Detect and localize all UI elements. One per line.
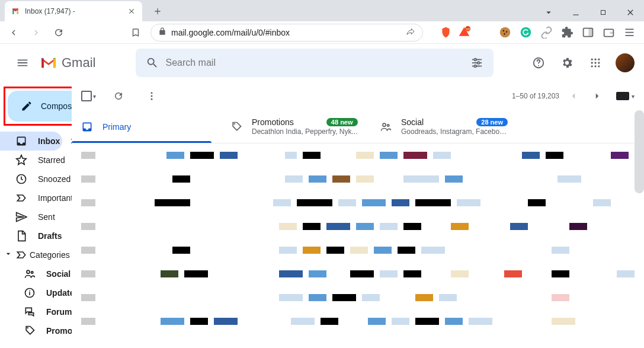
mail-row[interactable] xyxy=(72,143,644,167)
content-area: ▾ 1–50 of 19,203 ▾ Primary xyxy=(72,82,644,348)
mail-row[interactable] xyxy=(72,286,644,309)
svg-point-31 xyxy=(151,98,153,100)
input-tools-button[interactable]: ▾ xyxy=(616,92,635,100)
main-menu-button[interactable] xyxy=(9,50,36,76)
url-bar[interactable]: mail.google.com/mail/u/0/#inbox xyxy=(150,24,423,41)
svg-point-13 xyxy=(475,65,477,68)
category-tabs: Primary Promotions 48 new Decathlon Indi… xyxy=(72,110,644,143)
search-icon[interactable] xyxy=(139,50,165,76)
account-avatar[interactable] xyxy=(616,53,635,72)
minimize-button[interactable] xyxy=(562,4,589,21)
sidebar-label: Updates xyxy=(46,288,72,298)
support-button[interactable] xyxy=(527,51,550,75)
sidebar-item-forums[interactable]: Forums 17 xyxy=(0,302,62,321)
svg-point-4 xyxy=(506,31,508,33)
extension-icons-left: 10 xyxy=(440,26,470,39)
tab-social[interactable]: Social 28 new Goodreads, Instagram, Face… xyxy=(370,110,520,143)
link-icon[interactable] xyxy=(540,26,553,39)
bookmark-button[interactable] xyxy=(128,25,143,40)
svg-point-29 xyxy=(151,92,153,94)
sidebar-item-inbox[interactable]: Inbox 17,947 xyxy=(0,132,62,151)
tab-promotions[interactable]: Promotions 48 new Decathlon India, Peppe… xyxy=(221,110,370,143)
url-text: mail.google.com/mail/u/0/#inbox xyxy=(171,28,401,37)
mail-row[interactable] xyxy=(72,215,644,238)
sidebar-item-categories[interactable]: Categories xyxy=(0,245,62,264)
reload-button[interactable] xyxy=(51,25,66,40)
sidebar-label: Promotions xyxy=(46,326,72,336)
chevron-down-icon[interactable] xyxy=(535,4,562,21)
chevron-down-icon: ▾ xyxy=(93,93,96,100)
sidebar-item-updates[interactable]: Updates 17,211 xyxy=(0,283,62,302)
pager-range: 1–50 of 19,203 xyxy=(512,92,559,100)
tab-label: Primary xyxy=(102,122,212,132)
compose-highlight: Compose xyxy=(4,87,72,126)
sidebar-item-starred[interactable]: Starred xyxy=(0,151,62,170)
select-all-checkbox[interactable]: ▾ xyxy=(81,91,96,101)
nav-forward-button[interactable] xyxy=(28,25,44,40)
sidebar-item-snoozed[interactable]: Snoozed xyxy=(0,170,62,189)
category-icon xyxy=(15,249,27,261)
extensions-icon[interactable] xyxy=(561,26,573,39)
browser-tab[interactable]: Inbox (17,947) - xyxy=(5,1,142,21)
search-bar[interactable] xyxy=(136,49,494,77)
mail-row[interactable] xyxy=(72,262,644,286)
wallet-icon[interactable] xyxy=(603,26,615,39)
nav-back-button[interactable] xyxy=(6,25,21,40)
pager-prev-button[interactable] xyxy=(564,87,583,106)
pager-next-button[interactable] xyxy=(588,87,607,106)
svg-point-2 xyxy=(500,27,511,38)
mail-row[interactable] xyxy=(72,167,644,191)
brave-rewards-icon[interactable]: 10 xyxy=(458,26,470,39)
settings-button[interactable] xyxy=(555,51,579,75)
sidebar: Compose Inbox 17,947 Starred Snoozed Imp… xyxy=(0,82,72,348)
browser-menu-icon[interactable] xyxy=(623,26,636,39)
search-input[interactable] xyxy=(165,58,464,68)
clock-icon xyxy=(15,173,27,185)
close-icon[interactable] xyxy=(127,7,136,16)
svg-rect-10 xyxy=(610,32,613,34)
sidebar-label: Forums xyxy=(46,307,72,317)
tab-sub: Decathlon India, Pepperfry, Nyk... xyxy=(252,127,358,136)
sidepanel-icon[interactable] xyxy=(582,26,594,39)
svg-point-28 xyxy=(27,327,28,329)
maximize-button[interactable] xyxy=(589,4,617,21)
browser-toolbar: mail.google.com/mail/u/0/#inbox 10 xyxy=(0,21,644,44)
sidebar-item-social[interactable]: Social 27,503 xyxy=(0,264,62,283)
important-icon xyxy=(15,192,27,204)
refresh-button[interactable] xyxy=(108,85,129,107)
sidebar-item-sent[interactable]: Sent xyxy=(0,207,62,226)
svg-point-26 xyxy=(31,272,33,273)
browser-tab-strip: Inbox (17,947) - xyxy=(0,0,644,21)
people-icon xyxy=(24,268,36,280)
grammarly-icon[interactable] xyxy=(520,26,532,39)
share-icon[interactable] xyxy=(406,27,415,38)
brave-shield-icon[interactable] xyxy=(440,26,452,39)
gmail-header: Gmail xyxy=(0,44,644,82)
svg-point-20 xyxy=(598,62,600,63)
info-icon xyxy=(24,287,36,299)
extension-icons-right xyxy=(499,26,638,39)
apps-button[interactable] xyxy=(584,51,607,75)
tab-primary[interactable]: Primary xyxy=(72,110,221,143)
tab-label: Social xyxy=(401,117,472,127)
mail-row[interactable] xyxy=(72,309,644,333)
mail-list xyxy=(72,143,644,348)
scrollbar[interactable] xyxy=(635,110,644,193)
inbox-icon xyxy=(15,135,27,147)
mail-row[interactable] xyxy=(72,191,644,215)
lock-icon xyxy=(158,27,166,37)
new-tab-button[interactable] xyxy=(149,3,166,20)
close-window-button[interactable] xyxy=(617,4,644,21)
search-options-button[interactable] xyxy=(464,50,490,76)
gmail-logo[interactable]: Gmail xyxy=(40,55,95,71)
more-button[interactable] xyxy=(141,85,162,107)
sidebar-item-important[interactable]: Important xyxy=(0,189,62,207)
mail-row[interactable] xyxy=(72,238,644,262)
star-icon xyxy=(15,154,27,166)
compose-button[interactable]: Compose xyxy=(8,91,72,122)
cookie-icon[interactable] xyxy=(499,26,511,39)
sidebar-item-drafts[interactable]: Drafts 3 xyxy=(0,226,62,245)
sidebar-item-promotions[interactable]: Promotions 9,487 xyxy=(0,321,62,340)
tag-icon xyxy=(230,121,242,133)
svg-point-11 xyxy=(475,59,477,61)
